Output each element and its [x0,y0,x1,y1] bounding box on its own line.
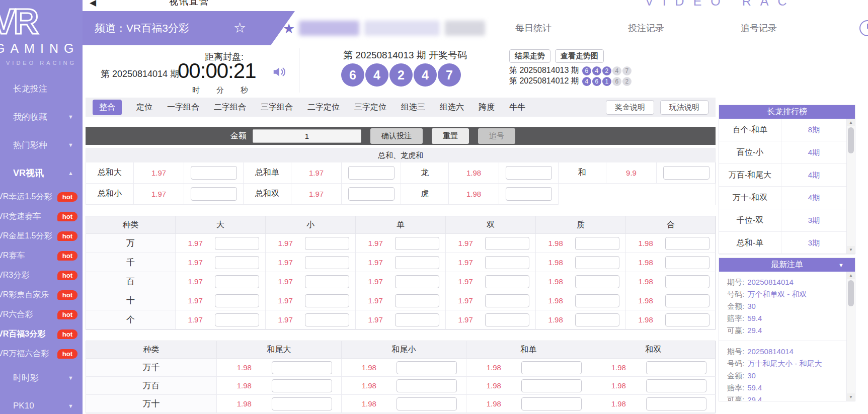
scroll-up-icon[interactable]: ▲ [847,119,855,126]
bet-amount-input[interactable] [665,275,709,288]
help-button[interactable]: 玩法说明 [660,100,708,115]
play-tab[interactable]: 二字组合 [214,102,246,113]
bet-amount-input[interactable] [521,379,582,392]
bet-amount-input[interactable] [215,294,259,307]
play-tab[interactable]: 三字定位 [354,102,386,113]
bet-amount-input[interactable] [575,256,619,269]
bet-amount-input[interactable] [575,294,619,307]
sidebar-game-item[interactable]: VR金星1.5分彩 hot [0,226,83,246]
sidebar-item[interactable]: 热门彩种 ▼ [0,131,83,159]
bet-amount-input[interactable] [191,166,237,180]
play-tab[interactable]: 组选六 [440,102,464,113]
sidebar-item[interactable]: 时时彩 ▼ [0,364,83,392]
bet-amount-input[interactable] [215,256,259,269]
bet-amount-input[interactable] [665,256,709,269]
bet-amount-input[interactable] [395,294,439,307]
scrollbar[interactable]: ▲ ▼ [846,272,855,401]
play-tab[interactable]: 跨度 [479,102,495,113]
bet-amount-input[interactable] [272,397,332,410]
sidebar-item[interactable]: PK10 ▼ [0,392,83,414]
favorite-star-icon[interactable]: ☆ [233,20,246,36]
bet-amount-input[interactable] [663,166,709,180]
bet-bar-button[interactable]: 重置 [432,128,469,144]
bet-amount-input[interactable] [395,275,439,288]
bet-amount-input[interactable] [575,237,619,250]
play-tab[interactable]: 组选三 [401,102,425,113]
bet-amount-input[interactable] [215,237,259,250]
rank-row[interactable]: 千位-双 3期 [719,209,855,232]
bet-amount-input[interactable] [305,294,349,307]
scroll-thumb[interactable] [848,280,854,306]
sidebar-section-vr[interactable]: VR视讯 ▲ [0,159,83,187]
logout-icon[interactable] [859,20,868,36]
bet-amount-input[interactable] [485,237,529,250]
bet-amount-input[interactable] [485,256,529,269]
bet-amount-input[interactable] [485,313,529,326]
sidebar-game-item[interactable]: VR百福3分彩 hot [0,324,83,344]
top-nav-item[interactable]: 每日统计 [515,11,551,45]
bet-amount-input[interactable] [665,313,709,326]
scrollbar[interactable]: ▲ ▼ [846,119,855,254]
bet-amount-input[interactable] [272,361,332,374]
sidebar-game-item[interactable]: VR彩票百家乐 hot [0,285,83,305]
bet-bar-button[interactable]: 确认投注 [370,128,423,144]
top-nav-item[interactable]: 追号记录 [741,11,777,45]
rank-row[interactable]: 百个-和单 8期 [719,119,855,141]
play-tab[interactable]: 整合 [93,100,122,115]
bet-amount-input[interactable] [397,361,457,374]
bet-amount-input[interactable] [397,379,457,392]
play-tab[interactable]: 一字组合 [167,102,199,113]
bet-amount-input[interactable] [215,275,259,288]
bet-amount-input[interactable] [575,313,619,326]
back-icon[interactable]: ◀ [90,0,96,8]
rank-row[interactable]: 万百-和尾大 4期 [719,164,855,187]
bet-amount-input[interactable] [397,397,457,410]
bet-amount-input[interactable] [506,166,552,180]
bet-amount-input[interactable] [646,379,706,392]
bet-amount-input[interactable] [272,379,332,392]
bet-amount-input[interactable] [305,313,349,326]
sidebar-game-item[interactable]: VR竞速赛车 hot [0,207,83,226]
scroll-thumb[interactable] [848,127,854,153]
amount-input[interactable] [253,129,361,143]
trend-button[interactable]: 结果走势 [509,49,550,63]
scroll-up-icon[interactable]: ▲ [847,272,855,279]
play-tab[interactable]: 二字定位 [307,102,340,113]
sidebar-game-item[interactable]: VR幸运1.5分彩 hot [0,187,83,207]
bet-amount-input[interactable] [215,313,259,326]
bet-amount-input[interactable] [575,275,619,288]
caret-down-icon[interactable]: ▼ [838,262,844,268]
bet-amount-input[interactable] [506,187,552,201]
scroll-down-icon[interactable]: ▼ [847,393,855,401]
speaker-icon[interactable] [272,64,287,81]
bet-amount-input[interactable] [395,237,439,250]
bet-amount-input[interactable] [395,256,439,269]
sidebar-item[interactable]: 长龙投注 [0,74,83,103]
play-tab[interactable]: 三字组合 [261,102,293,113]
bet-bar-button[interactable]: 追号 [478,128,515,144]
bet-amount-input[interactable] [646,361,706,374]
bet-amount-input[interactable] [665,237,709,250]
top-nav-item[interactable]: 投注记录 [628,11,664,45]
scroll-down-icon[interactable]: ▼ [847,246,855,254]
bet-amount-input[interactable] [521,361,582,374]
bet-amount-input[interactable] [485,275,529,288]
bet-amount-input[interactable] [485,294,529,307]
bet-amount-input[interactable] [305,256,349,269]
bet-amount-input[interactable] [521,397,582,410]
sidebar-game-item[interactable]: VR六合彩 hot [0,305,83,324]
bet-amount-input[interactable] [646,397,706,410]
bet-amount-input[interactable] [348,187,394,201]
play-tab[interactable]: 定位 [136,102,152,113]
help-button[interactable]: 奖金说明 [606,100,654,115]
trend-button[interactable]: 查看走势图 [555,49,604,63]
sidebar-game-item[interactable]: VR赛车 hot [0,246,83,266]
bet-amount-input[interactable] [305,237,349,250]
bet-amount-input[interactable] [395,313,439,326]
sidebar-game-item[interactable]: VR3分彩 hot [0,266,83,285]
sidebar-game-item[interactable]: VR万福六合彩 hot [0,344,83,364]
rank-row[interactable]: 百位-小 4期 [719,141,855,164]
bet-amount-input[interactable] [191,187,237,201]
rank-row[interactable]: 万十-和双 4期 [719,187,855,209]
bet-amount-input[interactable] [665,294,709,307]
